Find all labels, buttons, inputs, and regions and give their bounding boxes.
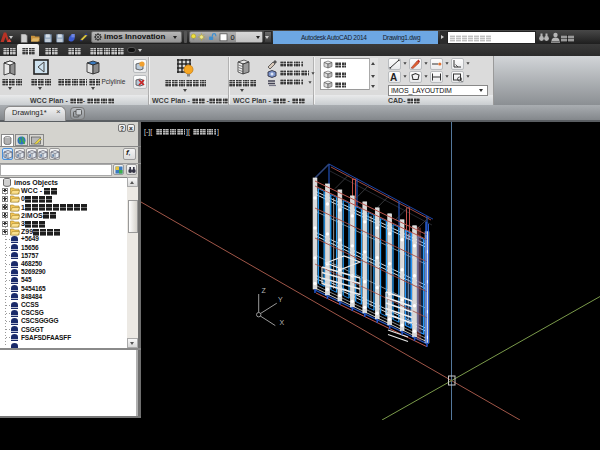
svg-text:A: A <box>390 72 397 82</box>
svg-text:X: X <box>280 319 285 326</box>
svg-text:Y: Y <box>278 296 283 303</box>
svg-text:0: 0 <box>231 33 235 42</box>
svg-text:Z: Z <box>262 287 267 294</box>
